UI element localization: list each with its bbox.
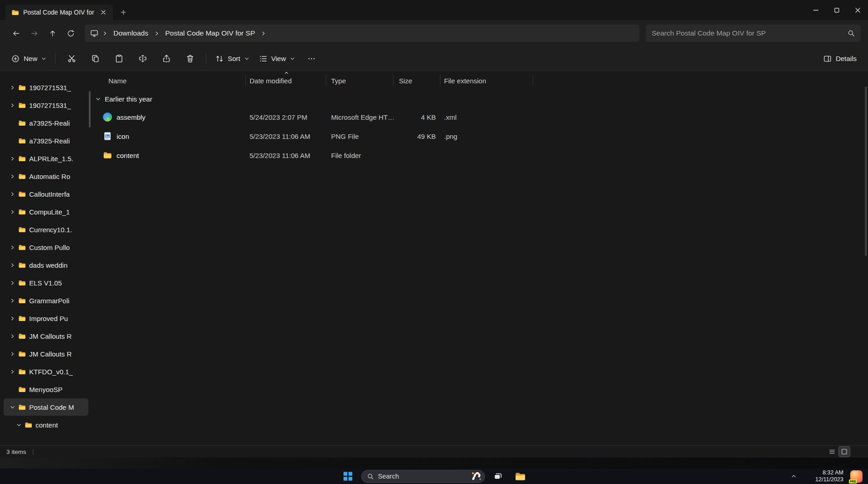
tree-chevron-icon[interactable] <box>16 423 21 428</box>
tray-chevron-up-icon[interactable] <box>791 474 797 479</box>
column-header-size[interactable]: Size <box>393 75 440 87</box>
command-bar: New Sort View <box>0 46 868 71</box>
start-button[interactable] <box>339 469 357 483</box>
tree-chevron-icon[interactable] <box>10 334 15 339</box>
sidebar-tree-item[interactable]: Custom Pullo <box>4 239 88 256</box>
cut-button[interactable] <box>61 50 82 67</box>
sidebar-item-label: JM Callouts R <box>29 350 71 358</box>
refresh-button[interactable] <box>62 25 79 41</box>
sidebar-item-label: 1907271531_ <box>29 84 71 92</box>
tree-chevron-icon[interactable] <box>10 209 15 214</box>
new-button-label: New <box>24 55 37 62</box>
address-bar[interactable]: Downloads Postal Code Map OIV for SP <box>85 25 639 42</box>
tree-chevron-icon[interactable] <box>10 156 15 161</box>
new-tab-button[interactable] <box>117 6 130 18</box>
scissors-icon <box>67 54 76 63</box>
paste-button[interactable] <box>108 50 129 67</box>
tree-chevron-icon[interactable] <box>10 352 15 357</box>
breadcrumb-downloads[interactable]: Downloads <box>112 28 150 39</box>
sidebar-tree-item[interactable]: dads weddin <box>4 256 88 274</box>
up-button[interactable] <box>44 25 61 41</box>
explorer-tab[interactable]: Postal Code Map OIV for SP <box>5 5 113 20</box>
taskbar-clock[interactable]: 8:32 AM 12/11/2023 <box>815 469 843 483</box>
details-view-toggle[interactable] <box>827 447 837 457</box>
sidebar-item-label: a73925-Reali <box>29 137 70 145</box>
file-type: File folder <box>326 152 393 159</box>
vertical-scrollbar[interactable] <box>865 87 867 256</box>
tree-chevron-icon[interactable] <box>10 174 15 179</box>
sidebar-tree-item[interactable]: 1907271531_ <box>4 79 88 96</box>
sidebar-scrollbar[interactable] <box>89 91 91 127</box>
column-header-name[interactable]: Name <box>91 75 246 87</box>
sidebar-tree-item[interactable]: MenyooSP <box>4 381 88 398</box>
tree-chevron-icon[interactable] <box>10 280 15 285</box>
sidebar-tree-item[interactable]: ELS V1.05 <box>4 274 88 291</box>
sidebar-tree-item[interactable]: ALPRLite_1.5. <box>4 150 88 167</box>
sidebar-tree-item[interactable]: CompuLite_1 <box>4 203 88 220</box>
sort-button[interactable]: Sort <box>210 50 254 67</box>
maximize-button[interactable] <box>826 0 847 20</box>
view-button[interactable]: View <box>254 50 300 67</box>
copilot-preview-icon[interactable]: PRE <box>850 470 863 483</box>
tree-chevron-icon[interactable] <box>10 298 15 303</box>
file-row[interactable]: assembly 5/24/2023 2:07 PM Microsoft Edg… <box>91 107 868 127</box>
delete-button[interactable] <box>179 50 200 67</box>
folder-icon <box>18 403 26 411</box>
this-pc-icon[interactable] <box>90 29 98 37</box>
search-box[interactable] <box>646 25 861 42</box>
desktop <box>0 458 868 469</box>
new-button[interactable]: New <box>6 50 51 67</box>
search-icon[interactable] <box>848 30 855 37</box>
sidebar-tree-item[interactable]: GrammarPoli <box>4 292 88 309</box>
sidebar-tree-item[interactable]: CalloutInterfa <box>4 185 88 203</box>
share-button[interactable] <box>156 50 177 67</box>
sidebar-tree-item[interactable]: Automatic Ro <box>4 168 88 185</box>
large-icons-view-toggle[interactable] <box>839 447 850 457</box>
sidebar-tree-item[interactable]: JM Callouts R <box>4 327 88 345</box>
column-header-date-modified[interactable]: Date modified <box>246 75 326 87</box>
copy-button[interactable] <box>85 50 106 67</box>
sidebar-tree-item[interactable]: Postal Code M <box>4 398 88 416</box>
close-button[interactable] <box>847 0 868 20</box>
tree-chevron-icon[interactable] <box>10 405 15 410</box>
file-name-cell: assembly <box>91 112 246 122</box>
sidebar-tree-item[interactable]: a73925-Reali <box>4 114 88 132</box>
sidebar-tree-item[interactable]: 1907271531_ <box>4 97 88 114</box>
sidebar-tree-item[interactable]: content <box>4 416 88 433</box>
group-header-earlier-this-year[interactable]: Earlier this year <box>91 90 868 107</box>
file-row[interactable]: content 5/23/2023 11:06 AM File folder <box>91 146 868 165</box>
tab-close-icon[interactable] <box>98 7 108 17</box>
task-view-button[interactable] <box>490 469 507 483</box>
edge-browser-icon <box>103 112 112 122</box>
sidebar-tree-item[interactable]: Currency10.1. <box>4 221 88 238</box>
tree-chevron-icon[interactable] <box>10 85 15 90</box>
sidebar-tree-item[interactable]: JM Callouts R <box>4 345 88 362</box>
search-input[interactable] <box>652 29 848 37</box>
sidebar-tree-item[interactable]: KTFDO_v0.1_ <box>4 363 88 380</box>
chevron-right-icon[interactable] <box>261 31 266 36</box>
back-button[interactable] <box>7 25 25 41</box>
sidebar-tree-item[interactable]: Improved Pu <box>4 310 88 327</box>
tree-chevron-icon[interactable] <box>10 316 15 321</box>
column-header-label: Size <box>399 77 412 85</box>
tree-chevron-icon[interactable] <box>10 192 15 197</box>
column-header-file-extension[interactable]: File extension <box>440 75 533 87</box>
minimize-button[interactable] <box>805 0 826 20</box>
column-header-type[interactable]: Type <box>326 75 393 87</box>
tree-chevron-icon[interactable] <box>10 369 15 374</box>
forward-button[interactable] <box>26 25 43 41</box>
taskbar-search-box[interactable]: Search <box>361 470 485 483</box>
group-collapse-icon[interactable] <box>96 97 101 102</box>
sidebar-tree-item[interactable]: a73925-Reali <box>4 132 88 149</box>
tree-chevron-icon[interactable] <box>10 245 15 250</box>
rename-button[interactable] <box>132 50 153 67</box>
chevron-right-icon[interactable] <box>154 31 159 36</box>
tree-chevron-icon[interactable] <box>10 103 15 108</box>
details-pane-button[interactable]: Details <box>818 50 862 67</box>
file-row[interactable]: icon 5/23/2023 11:06 AM PNG File 49 KB .… <box>91 127 868 146</box>
see-more-button[interactable] <box>301 50 322 67</box>
sidebar-item-label: Automatic Ro <box>29 173 70 180</box>
tree-chevron-icon[interactable] <box>10 263 15 268</box>
breadcrumb-current-folder[interactable]: Postal Code Map OIV for SP <box>163 28 257 39</box>
file-explorer-taskbar-button[interactable] <box>511 469 529 483</box>
